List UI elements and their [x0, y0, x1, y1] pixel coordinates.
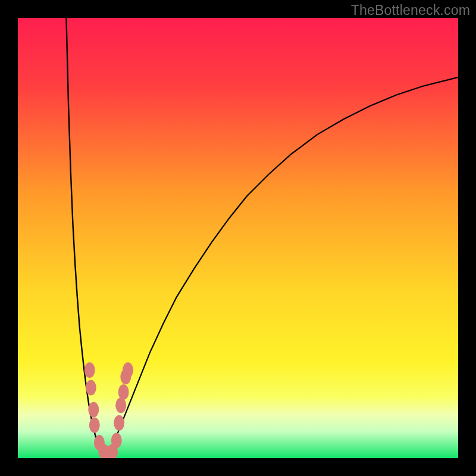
- chart-frame: TheBottleneck.com: [0, 0, 476, 476]
- marker-group: [84, 362, 133, 458]
- data-marker: [114, 415, 124, 431]
- data-marker: [86, 380, 96, 396]
- plot-area: [18, 18, 458, 458]
- data-marker: [111, 433, 122, 448]
- data-marker: [88, 402, 99, 418]
- left-branch-curve: [66, 18, 106, 458]
- data-marker: [123, 362, 133, 378]
- curve-layer: [18, 18, 458, 458]
- right-branch-curve: [106, 77, 458, 458]
- data-marker: [89, 418, 100, 433]
- data-marker: [118, 384, 129, 400]
- data-marker: [115, 397, 126, 413]
- data-marker: [84, 362, 95, 378]
- watermark-text: TheBottleneck.com: [351, 2, 470, 18]
